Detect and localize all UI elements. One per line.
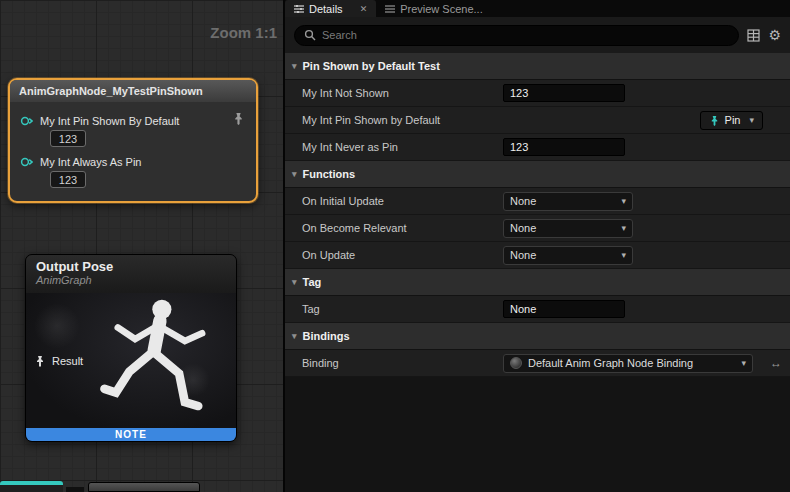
row-on-update: On Update None ▾	[285, 242, 790, 269]
node-title: Output Pose	[36, 259, 226, 274]
on-update-dropdown[interactable]: None ▾	[503, 246, 633, 265]
tab-preview-scene[interactable]: Preview Scene...	[376, 0, 492, 17]
tab-details[interactable]: Details ✕	[285, 0, 376, 17]
pose-pin-icon	[34, 355, 46, 367]
row-my-int-pin-shown-by-default: My Int Pin Shown by Default Pin ▾	[285, 107, 790, 134]
category-pin-shown-by-default-test[interactable]: ▾ Pin Shown by Default Test	[285, 53, 790, 80]
settings-gear-icon[interactable]: ⚙	[768, 28, 781, 42]
details-toolbar: ⚙	[285, 17, 790, 53]
property-label: Tag	[285, 303, 497, 315]
node-header[interactable]: Output Pose AnimGraph	[26, 255, 236, 293]
my-int-never-as-pin-input[interactable]	[503, 138, 625, 156]
row-my-int-not-shown: My Int Not Shown	[285, 80, 790, 107]
chevron-down-icon: ▾	[749, 115, 754, 125]
on-initial-update-dropdown[interactable]: None ▾	[503, 192, 633, 211]
pin-row: My Int Always As Pin	[10, 156, 256, 168]
search-icon	[304, 29, 316, 41]
close-icon[interactable]: ✕	[360, 4, 368, 14]
node-subtitle: AnimGraph	[36, 274, 226, 286]
pushpin-icon[interactable]	[232, 112, 245, 125]
result-pin-label: Result	[52, 355, 83, 367]
node-header[interactable]: AnimGraphNode_MyTestPinShown	[10, 80, 256, 102]
search-box[interactable]	[294, 25, 739, 46]
chevron-down-icon: ▾	[292, 61, 297, 71]
partial-node	[66, 487, 84, 492]
tab-preview-label: Preview Scene...	[400, 3, 483, 15]
chevron-down-icon: ▾	[621, 196, 626, 206]
row-on-initial-update: On Initial Update None ▾	[285, 188, 790, 215]
preview-scene-icon	[385, 4, 395, 14]
partial-node[interactable]	[0, 481, 63, 492]
property-label: My Int Not Shown	[285, 87, 497, 99]
details-panel: Details ✕ Preview Scene... ⚙	[285, 0, 790, 492]
chevron-down-icon: ▾	[621, 223, 626, 233]
zoom-level-label: Zoom 1:1	[210, 24, 277, 41]
category-tag[interactable]: ▾ Tag	[285, 269, 790, 296]
row-my-int-never-as-pin: My Int Never as Pin	[285, 134, 790, 161]
tab-bar: Details ✕ Preview Scene...	[285, 0, 790, 17]
tab-details-label: Details	[309, 3, 343, 15]
binding-dropdown[interactable]: Default Anim Graph Node Binding ▾	[503, 354, 753, 373]
details-empty-area	[285, 377, 790, 492]
search-input[interactable]	[322, 29, 729, 41]
details-icon	[294, 4, 304, 14]
int-pin-icon[interactable]	[20, 115, 33, 127]
node-title: AnimGraphNode_MyTestPinShown	[19, 85, 203, 97]
property-label: On Update	[285, 249, 497, 261]
anim-graph-test-node[interactable]: AnimGraphNode_MyTestPinShown My Int Pin …	[8, 78, 258, 203]
chevron-down-icon: ▾	[741, 358, 746, 368]
chevron-down-icon: ▾	[292, 277, 297, 287]
property-label: My Int Never as Pin	[285, 141, 497, 153]
output-pose-node[interactable]: Output Pose AnimGraph	[25, 254, 237, 442]
unreal-editor-window: Zoom 1:1 AnimGraphNode_MyTestPinShown My…	[0, 0, 790, 492]
partial-node[interactable]	[88, 482, 200, 492]
row-binding: Binding Default Anim Graph Node Binding …	[285, 350, 790, 377]
tag-input[interactable]	[503, 300, 625, 318]
pin-label: My Int Always As Pin	[40, 156, 141, 168]
category-bindings[interactable]: ▾ Bindings	[285, 323, 790, 350]
category-functions[interactable]: ▾ Functions	[285, 161, 790, 188]
note-badge[interactable]: NOTE	[26, 428, 236, 441]
reset-to-default-icon[interactable]: ↔	[770, 356, 782, 370]
my-int-not-shown-input[interactable]	[503, 84, 625, 102]
property-label: My Int Pin Shown by Default	[285, 114, 497, 126]
property-label: On Initial Update	[285, 195, 497, 207]
mannequin-figure	[84, 295, 234, 428]
pin-row: My Int Pin Shown By Default	[10, 115, 256, 127]
chevron-down-icon: ▾	[621, 250, 626, 260]
row-on-become-relevant: On Become Relevant None ▾	[285, 215, 790, 242]
pin-value-input[interactable]: 123	[50, 171, 86, 188]
chevron-down-icon: ▾	[292, 331, 297, 341]
row-tag: Tag	[285, 296, 790, 323]
node-preview-thumbnail: Result	[26, 293, 236, 428]
pin-value-input[interactable]: 123	[50, 130, 86, 147]
int-pin-icon[interactable]	[20, 156, 33, 168]
pin-label: My Int Pin Shown By Default	[40, 115, 179, 127]
binding-class-icon	[510, 357, 522, 369]
anim-graph-canvas[interactable]: Zoom 1:1 AnimGraphNode_MyTestPinShown My…	[0, 0, 285, 492]
bokeh-highlight	[34, 303, 80, 349]
on-become-relevant-dropdown[interactable]: None ▾	[503, 219, 633, 238]
pin-icon	[709, 115, 720, 126]
chevron-down-icon: ▾	[292, 169, 297, 179]
property-label: Binding	[285, 357, 497, 369]
result-pin[interactable]: Result	[34, 355, 83, 367]
node-body: My Int Pin Shown By Default 123 My Int A…	[10, 102, 256, 201]
property-label: On Become Relevant	[285, 222, 497, 234]
display-filter-icon[interactable]	[747, 29, 760, 42]
pin-dropdown-button[interactable]: Pin ▾	[700, 111, 763, 130]
